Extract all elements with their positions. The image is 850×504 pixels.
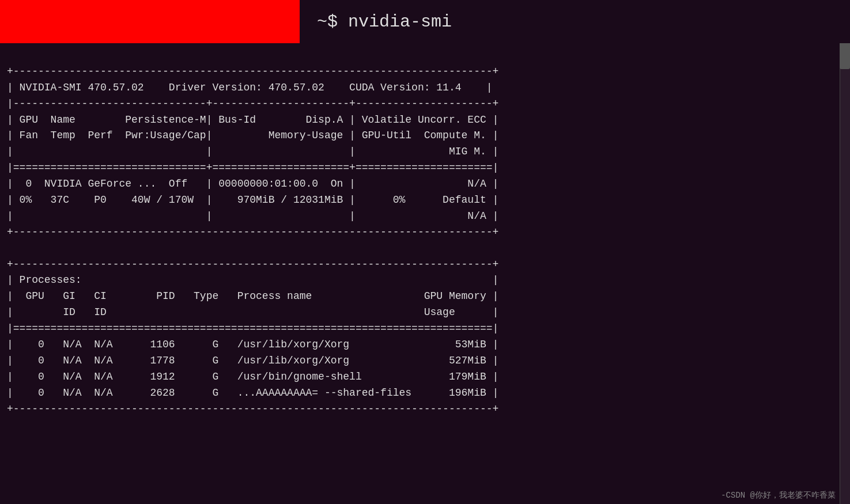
terminal-title: ~$ nvidia-smi xyxy=(317,12,452,32)
red-banner xyxy=(0,0,300,43)
terminal-content: +---------------------------------------… xyxy=(0,43,850,487)
watermark: -CSDN @你好，我老婆不咋香菜 xyxy=(721,490,836,501)
title-bar: ~$ nvidia-smi xyxy=(300,0,850,43)
nvidia-smi-output: +---------------------------------------… xyxy=(7,64,850,418)
